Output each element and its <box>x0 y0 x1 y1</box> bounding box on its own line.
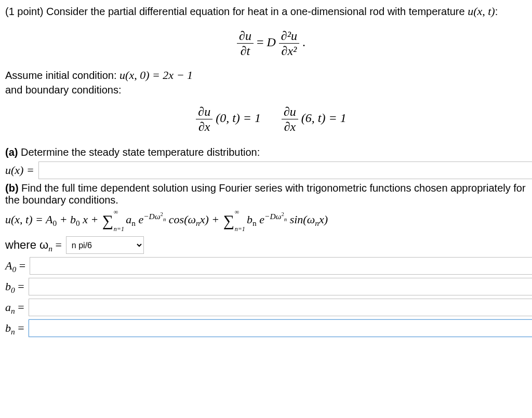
bc-left-num: ∂u <box>198 105 210 118</box>
an-sym: a <box>5 301 11 314</box>
sub-n-s: n <box>315 219 319 227</box>
D-coef: D <box>267 35 276 49</box>
bc-left-eq: (0, t) = 1 <box>216 111 261 125</box>
pde-rhs-frac: ∂²u ∂x² <box>279 30 299 57</box>
exp-1: −Dω <box>143 212 160 221</box>
A0-eq: = <box>16 259 25 272</box>
b-n: b <box>247 213 252 226</box>
bn-sym: b <box>5 321 11 334</box>
b0-sym: b <box>5 280 11 293</box>
points-label: (1 point) <box>5 6 43 17</box>
assume-label: Assume initial condition: <box>5 70 119 81</box>
sub-n-c: n <box>196 219 200 227</box>
bc-intro: and boundary conditions: <box>5 84 532 96</box>
part-a-heading: (a) Determine the steady state temperatu… <box>5 146 532 158</box>
sub-0b: 0 <box>76 219 80 227</box>
problem-statement: (1 point) Consider the partial different… <box>5 5 532 18</box>
eq-sign: = <box>257 35 267 49</box>
where-text: where ω <box>5 238 48 251</box>
sub-n-b: n <box>252 219 257 227</box>
boundary-conditions: ∂u ∂x (0, t) = 1 ∂u ∂x (6, t) = 1 <box>5 105 532 133</box>
where-sub: n <box>48 244 52 253</box>
sin-term: sin(ω <box>290 213 315 226</box>
pde-dot: . <box>302 35 305 49</box>
bc-right-den: ∂x <box>284 120 296 133</box>
A0-input[interactable] <box>30 257 532 275</box>
pde-rhs-den: ∂x² <box>282 44 297 58</box>
sub-n-a: n <box>131 219 136 227</box>
part-b-heading: (b) Find the full time dependent solutio… <box>5 182 532 206</box>
b0-eq: = <box>15 280 24 293</box>
bc-right-num: ∂u <box>284 105 296 118</box>
part-b-text: Find the full time dependent solution us… <box>5 182 526 206</box>
x-close-2: x) <box>319 213 328 226</box>
bc-right: ∂u ∂x (6, t) = 1 <box>282 105 347 133</box>
sum1-hi: ∞ <box>114 207 118 217</box>
initial-condition-line: Assume initial condition: u(x, 0) = 2x −… <box>5 69 532 82</box>
intro-text: Consider the partial differential equati… <box>43 6 468 17</box>
u-x-label: u(x) = <box>5 164 38 177</box>
main-pde: ∂u ∂t = D ∂²u ∂x² . <box>5 30 532 57</box>
A0-label: A0 = <box>5 259 30 273</box>
sum-1: ∞n=1 <box>102 208 113 233</box>
x-plus: x + <box>83 213 101 226</box>
exp-2: −Dω <box>264 212 281 221</box>
bn-sub: n <box>11 327 15 336</box>
sub-0a: 0 <box>52 219 57 227</box>
an-label: an = <box>5 301 29 314</box>
an-sub: n <box>11 306 15 315</box>
initial-condition: u(x, 0) = 2x − 1 <box>119 69 193 82</box>
a-n: a <box>126 213 131 226</box>
colon: : <box>495 6 498 17</box>
cos-term: cos(ω <box>169 213 196 226</box>
part-b-label: (b) <box>5 182 19 194</box>
an-eq: = <box>15 301 24 314</box>
b0-label: b0 = <box>5 280 29 293</box>
bn-input[interactable] <box>29 319 532 337</box>
sum1-lo: n=1 <box>114 224 124 234</box>
part-a-text: Determine the steady state temperature d… <box>18 146 260 158</box>
where-label: where ωn = <box>5 238 66 252</box>
sum-2: ∞n=1 <box>223 208 234 233</box>
bn-eq: = <box>15 321 24 334</box>
sum2-hi: ∞ <box>235 207 240 217</box>
plus-b0: + b <box>60 213 76 226</box>
where-eq: = <box>55 238 61 251</box>
x-close-1: x) + <box>200 213 222 226</box>
series-prefix: u(x, t) = A <box>5 213 52 226</box>
series-expression: u(x, t) = A0 + b0 x + ∞n=1 an e−Dω2n cos… <box>5 208 532 233</box>
b0-input[interactable] <box>29 278 532 295</box>
bc-right-eq: (6, t) = 1 <box>301 111 347 125</box>
part-a-label: (a) <box>5 146 18 158</box>
an-input[interactable] <box>29 299 532 316</box>
b0-sub: 0 <box>11 286 15 294</box>
e-2: e <box>259 213 264 226</box>
pde-lhs-frac: ∂u ∂t <box>237 30 254 57</box>
pde-lhs-num: ∂u <box>239 29 251 43</box>
u-xt: u(x, t) <box>468 5 495 18</box>
A0-sym: A <box>5 259 12 272</box>
bc-left: ∂u ∂x (0, t) = 1 <box>196 105 261 133</box>
A0-sub: 0 <box>12 265 16 274</box>
bn-label: bn = <box>5 321 29 335</box>
pde-rhs-num: ∂²u <box>281 29 297 43</box>
pde-lhs-den: ∂t <box>241 44 250 58</box>
e-1: e <box>138 213 143 226</box>
omega-select[interactable]: n pi/6 <box>66 236 144 254</box>
sum2-lo: n=1 <box>235 224 245 234</box>
u-x-input[interactable] <box>38 161 532 179</box>
bc-left-den: ∂x <box>198 120 210 133</box>
